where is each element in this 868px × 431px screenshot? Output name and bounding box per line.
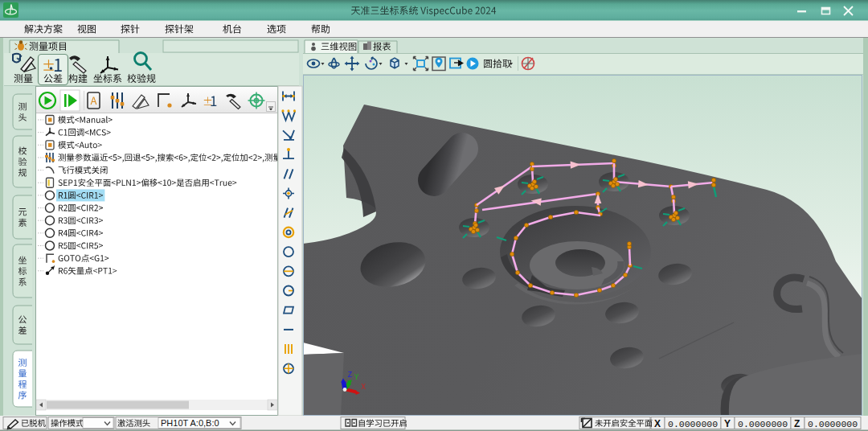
svg-text:0.0000000: 0.0000000 — [668, 419, 718, 429]
svg-text:Y: Y — [724, 418, 731, 429]
svg-text:X: X — [654, 418, 661, 429]
svg-text:0.0000000: 0.0000000 — [738, 419, 788, 429]
svg-text:0.0000000: 0.0000000 — [808, 419, 858, 429]
svg-text:PH10T A:0,B:0: PH10T A:0,B:0 — [161, 418, 219, 428]
svg-text:Z: Z — [794, 418, 800, 429]
